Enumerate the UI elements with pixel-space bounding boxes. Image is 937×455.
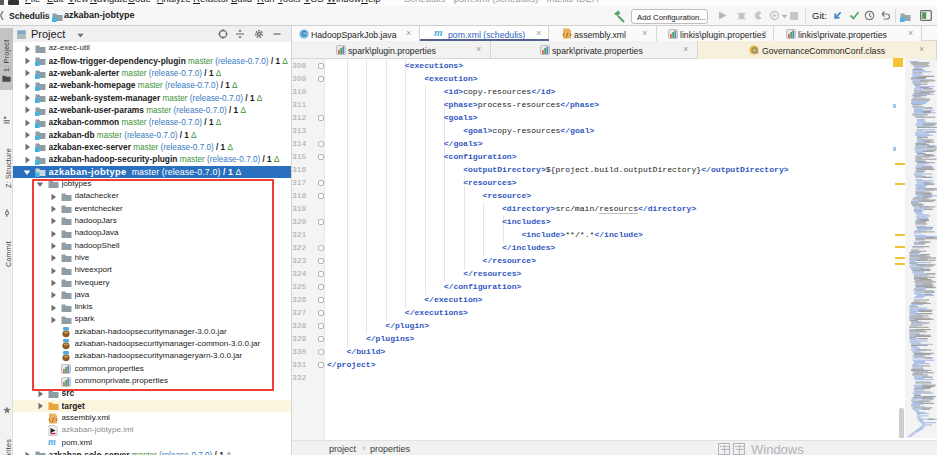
svg-text:C: C	[302, 30, 307, 37]
